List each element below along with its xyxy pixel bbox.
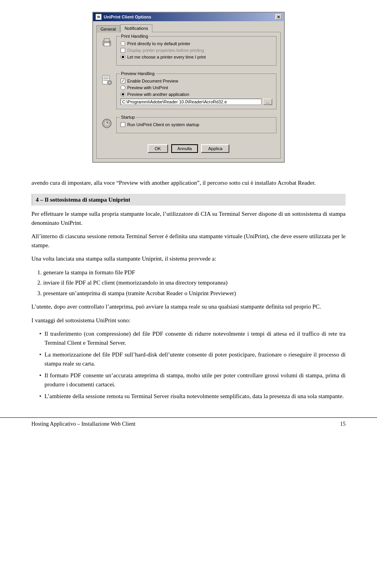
print-option-1-radio[interactable] (121, 41, 125, 46)
preview-option-2-row: Preview with UniPrint (121, 85, 272, 90)
list-item: inviare il file PDF al PC client (memori… (43, 278, 346, 287)
preview-handling-groupbox: Preview Handling Enable Document Preview (116, 74, 276, 109)
ok-button[interactable]: OK (148, 144, 168, 153)
startup-option-1-label: Run UniPrint Client on system startup (127, 122, 199, 127)
startup-icon-container (101, 117, 113, 130)
list-item: generare la stampa in formato file PDF (43, 268, 346, 277)
print-option-2-checkbox[interactable] (121, 48, 125, 53)
svg-rect-7 (103, 80, 107, 81)
dialog-buttons-row: OK Annulla Applica (101, 141, 276, 154)
browse-button[interactable]: ... (263, 99, 272, 105)
print-handling-section: Print Handling Print directly to my defa… (101, 36, 276, 70)
doc-footer: Hosting Applicativo – Installazione Web … (0, 417, 377, 430)
section4-heading: 4 – Il sottosistema di stampa Uniprint (31, 194, 346, 206)
section4-paragraph4: L’utente, dopo aver controllato l’antepr… (31, 302, 346, 311)
tabs-row: General Notifications (96, 24, 281, 32)
doc-body: avendo cura di impostare, alla voce “Pre… (0, 171, 377, 413)
print-handling-title: Print Handling (120, 34, 149, 39)
svg-point-3 (109, 42, 110, 43)
startup-option-1-row: Run UniPrint Client on system startup (121, 122, 272, 127)
section4-paragraph5: I vantaggi del sottosistema UniPrint son… (31, 316, 346, 325)
print-handling-content: Print directly to my default printer Dis… (121, 40, 272, 59)
tab-content: Print Handling Print directly to my defa… (96, 32, 281, 159)
list-item: presentare un’anteprima di stampa (trami… (43, 289, 346, 298)
dialog-titlebar: N UniPrint Client Options ✕ (93, 13, 284, 21)
footer-left: Hosting Applicativo – Installazione Web … (31, 421, 135, 427)
section4-paragraph3: Una volta lanciata una stampa sulla stam… (31, 254, 346, 263)
startup-icon (101, 118, 112, 129)
section4-paragraph1: Per effettuare le stampe sulla propria s… (31, 209, 346, 227)
print-option-2-row: Display printer properties before printi… (121, 48, 272, 53)
preview-option-1-label: Enable Document Preview (127, 79, 178, 83)
dialog-app-icon: N (95, 14, 102, 20)
path-row: ... (121, 99, 272, 105)
svg-rect-6 (103, 78, 109, 79)
svg-rect-2 (104, 43, 110, 46)
applica-button[interactable]: Applica (201, 144, 229, 153)
startup-title: Startup (120, 115, 136, 119)
startup-section: Startup Run UniPrint Client on system st… (101, 117, 276, 137)
bullet-list: Il trasferimento (con compressione) del … (39, 329, 346, 401)
svg-rect-1 (104, 39, 110, 42)
preview-option-1-checkbox[interactable] (121, 79, 125, 83)
print-option-3-row: Let me choose a printer every time I pri… (121, 55, 272, 59)
print-option-1-label: Print directly to my default printer (127, 41, 190, 46)
preview-handling-section: Preview Handling Enable Document Preview (101, 74, 276, 113)
dialog-close-button[interactable]: ✕ (275, 14, 282, 20)
printer-icon-container (101, 36, 113, 49)
dialog-title: UniPrint Client Options (104, 15, 151, 19)
preview-option-3-row: Preview with another application (121, 92, 272, 97)
print-handling-groupbox: Print Handling Print directly to my defa… (116, 36, 276, 66)
titlebar-left: N UniPrint Client Options (95, 14, 151, 20)
preview-option-3-radio[interactable] (121, 92, 125, 97)
numbered-list: generare la stampa in formato file PDF i… (43, 268, 346, 298)
section4-paragraph2: All’interno di ciascuna sessione remota … (31, 232, 346, 250)
svg-rect-5 (103, 77, 109, 77)
dialog-body: General Notifications (93, 21, 284, 162)
startup-groupbox: Startup Run UniPrint Client on system st… (116, 117, 276, 133)
print-option-3-radio[interactable] (121, 55, 125, 59)
preview-option-2-radio[interactable] (121, 85, 125, 90)
preview-handling-group: Preview Handling Enable Document Preview (116, 74, 276, 113)
list-item: Il formato PDF consente un’accurata ante… (39, 371, 346, 389)
print-handling-group: Print Handling Print directly to my defa… (116, 36, 276, 70)
preview-option-2-label: Preview with UniPrint (127, 85, 168, 90)
preview-handling-content: Enable Document Preview Preview with Uni… (121, 77, 272, 105)
annulla-button[interactable]: Annulla (171, 144, 198, 153)
list-item: La memorizzazione del file PDF sull’hard… (39, 350, 346, 368)
intro-paragraph: avendo cura di impostare, alla voce “Pre… (31, 178, 346, 187)
dialog-container: N UniPrint Client Options ✕ General Noti… (0, 0, 377, 171)
list-item: L’ambiente della sessione remota su Term… (39, 392, 346, 401)
tab-general[interactable]: General (96, 25, 120, 33)
footer-right: 15 (340, 421, 346, 427)
preview-option-1-row: Enable Document Preview (121, 79, 272, 83)
preview-icon (101, 74, 112, 85)
path-input[interactable] (121, 99, 262, 105)
preview-handling-title: Preview Handling (120, 71, 156, 76)
startup-content: Run UniPrint Client on system startup (121, 121, 272, 127)
print-option-3-label: Let me choose a printer every time I pri… (127, 55, 206, 59)
dialog-window: N UniPrint Client Options ✕ General Noti… (92, 12, 285, 163)
print-option-2-label: Display printer properties before printi… (127, 48, 204, 53)
list-item: Il trasferimento (con compressione) del … (39, 329, 346, 347)
preview-icon-container (101, 74, 113, 86)
startup-group: Startup Run UniPrint Client on system st… (116, 117, 276, 137)
tab-notifications[interactable]: Notifications (120, 24, 152, 32)
printer-icon (101, 37, 112, 48)
startup-option-1-checkbox[interactable] (121, 122, 125, 127)
preview-option-3-label: Preview with another application (127, 92, 189, 97)
print-option-1-row: Print directly to my default printer (121, 41, 272, 46)
